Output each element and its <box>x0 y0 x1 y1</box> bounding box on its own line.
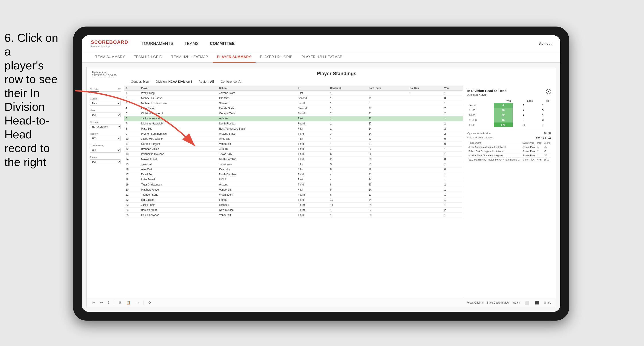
cell-conf-rank: 23 <box>367 136 408 142</box>
cell-school: UCLA <box>218 177 297 182</box>
table-row[interactable]: 3 Michael Thorbjornsen Stanford Fourth 1… <box>124 101 463 106</box>
cell-school: Arkansas <box>218 136 297 142</box>
cell-conf-rank: 23 <box>367 147 408 152</box>
cell-win: 1 <box>443 202 463 208</box>
sign-out-btn[interactable]: Sign out <box>538 41 552 45</box>
table-row[interactable]: 10 Jacob Mou-Olesen Arkansas Fifth 4 23 … <box>124 136 463 142</box>
table-row[interactable]: 7 Nicholas Gabrelcik North Florida Fourt… <box>124 121 463 126</box>
cell-yr: First <box>296 177 329 182</box>
table-row[interactable]: 4 Luke Claton Florida State Second 1 27 … <box>124 106 463 111</box>
copy-btn[interactable]: ⧉ <box>117 300 122 305</box>
table-row[interactable]: 6 Jackson Koivun Auburn First 1 23 1 <box>124 116 463 121</box>
nav-committee[interactable]: COMMITTEE <box>210 40 235 47</box>
cell-num: 12 <box>124 147 140 152</box>
tablet-frame: SCOREBOARD Powered by clippi TOURNAMENTS… <box>73 26 569 321</box>
toolbar-icon-1[interactable]: ⬜ <box>523 300 530 305</box>
table-row[interactable]: 1 Wenyi Ding Arizona State First 1 8 1 <box>124 91 463 96</box>
undo-btn[interactable]: ↩ <box>91 300 96 305</box>
h2h-loss: 11 <box>513 123 534 127</box>
table-row[interactable]: 12 Brendan Valles Auburn Third 4 23 1 <box>124 147 463 152</box>
toolbar-icon-2[interactable]: ⬛ <box>534 300 541 305</box>
cell-conf-rank: 24 <box>367 202 408 208</box>
h2h-loss: 6 <box>513 118 534 123</box>
cell-num: 7 <box>124 121 140 126</box>
gender-filter-section: Gender Men <box>90 97 121 106</box>
nav-tournaments[interactable]: TOURNAMENTS <box>142 40 174 47</box>
sub-nav-player-h2h-grid[interactable]: PLAYER H2H GRID <box>256 52 297 63</box>
cell-reg-rank: 4 <box>329 147 368 152</box>
more-btn[interactable]: ⋯ <box>134 300 140 305</box>
year-label: Year <box>90 109 121 112</box>
table-row[interactable]: 15 Jake Hall Tennessee Fifth 3 25 1 <box>124 162 463 167</box>
sub-nav-player-summary[interactable]: PLAYER SUMMARY <box>212 52 256 63</box>
h2h-rank: 11-25 <box>467 108 494 113</box>
watch-btn[interactable]: Watch <box>512 301 520 304</box>
region-select[interactable]: N/A <box>90 136 121 141</box>
sub-nav-team-summary[interactable]: TEAM SUMMARY <box>91 52 129 63</box>
table-row[interactable]: 23 Jack Lundin Missouri Fourth 11 24 1 <box>124 202 463 208</box>
nav-teams[interactable]: TEAMS <box>184 40 199 47</box>
cell-no-rds <box>408 208 443 213</box>
share-btn[interactable]: Share <box>544 301 551 304</box>
division-select[interactable]: NCAA Division I <box>90 124 121 129</box>
sub-nav-team-h2h-heatmap[interactable]: TEAM H2H HEATMAP <box>167 52 212 63</box>
cell-conf-rank: 24 <box>367 126 408 131</box>
save-custom-btn[interactable]: Save Custom View <box>487 301 509 304</box>
cell-win: 2 <box>443 111 463 116</box>
cell-yr: Third <box>296 142 329 147</box>
paste-btn[interactable]: 📋 <box>125 300 132 305</box>
forward-btn[interactable]: ⟩ <box>106 300 110 305</box>
tourn-pos: 4 <box>536 145 542 149</box>
table-row[interactable]: 16 Alex Goff Kentucky Fifth 8 19 0 <box>124 167 463 172</box>
logo-title: SCOREBOARD <box>91 39 128 45</box>
table-row[interactable]: 14 Maxwell Ford North Carolina Third 2 2… <box>124 157 463 162</box>
gender-select[interactable]: Men <box>90 101 121 106</box>
table-row[interactable]: 11 Gordon Sargent Vanderbilt Third 4 21 … <box>124 142 463 147</box>
table-row[interactable]: 2 Michael La Sasso Ole Miss Second 1 19 … <box>124 96 463 101</box>
table-row[interactable]: 22 Ian Gilligan Florida Third 10 24 1 <box>124 197 463 202</box>
sub-nav-player-h2h-heatmap[interactable]: PLAYER H2H HEATMAP <box>297 52 346 63</box>
tourn-name: Amer Ari Intercollegiate Invitational <box>467 145 521 149</box>
table-row[interactable]: 19 Tiger Christensen Arizona Third 8 23 … <box>124 182 463 187</box>
cell-num: 22 <box>124 197 140 202</box>
cell-player: Michael Thorbjornsen <box>140 101 218 106</box>
table-row[interactable]: 8 Mats Ege East Tennessee State Fifth 1 … <box>124 126 463 131</box>
tourn-pos: 2 <box>536 149 542 154</box>
cell-player: Christo Lamprecht <box>140 111 218 116</box>
table-row[interactable]: 21 Taehoon Song Washington Fourth 6 23 1 <box>124 192 463 197</box>
cell-win: 2 <box>443 208 463 213</box>
no-rds-slider[interactable] <box>90 91 121 92</box>
table-row[interactable]: 18 Luke Powell UCLA First 4 24 1 <box>124 177 463 182</box>
cell-player: Taehoon Song <box>140 192 218 197</box>
cell-no-rds <box>408 202 443 208</box>
conference-select[interactable]: (All) <box>90 148 121 153</box>
cell-player: Alex Goff <box>140 167 218 172</box>
cell-no-rds <box>408 96 443 101</box>
cell-yr: Third <box>296 157 329 162</box>
instruction-text: 6. Click on a player's row to see their … <box>0 26 69 173</box>
table-row[interactable]: 9 Preston Summerhays Arizona State Third… <box>124 131 463 136</box>
refresh-btn[interactable]: ⟳ <box>147 300 152 305</box>
tourn-type: Match Play <box>521 158 536 162</box>
view-original-btn[interactable]: View: Original <box>467 301 484 304</box>
close-button[interactable]: × <box>546 89 551 94</box>
table-row[interactable]: 20 Matthew Riedel Vanderbilt Fifth 5 24 … <box>124 187 463 192</box>
h2h-row: 51-100 46 6 3 <box>467 118 551 123</box>
col-win: Win <box>443 86 463 91</box>
table-row[interactable]: 17 David Ford North Carolina Third 4 21 … <box>124 172 463 177</box>
sub-nav-team-h2h-grid[interactable]: TEAM H2H GRID <box>129 52 167 63</box>
table-row[interactable]: 5 Christo Lamprecht Georgia Tech Fourth … <box>124 111 463 116</box>
table-row[interactable]: 24 Bastien Amat New Mexico Fourth 1 27 2 <box>124 208 463 213</box>
conference-filter-section: Conference (All) <box>90 144 121 153</box>
year-filter-section: Year (All) <box>90 109 121 117</box>
table-row[interactable]: 13 Phichaksn Maichon Texas A&M Third 6 3… <box>124 152 463 157</box>
cell-reg-rank: 8 <box>329 167 368 172</box>
year-select[interactable]: (All) <box>90 113 121 117</box>
tourn-score: 18-1 <box>543 158 551 162</box>
table-row[interactable]: 25 Cole Sherwood Vanderbilt Third 12 23 … <box>124 213 463 218</box>
redo-btn[interactable]: ↪ <box>99 300 104 305</box>
col-no-rds: No. Rds. <box>408 86 443 91</box>
cell-num: 3 <box>124 101 140 106</box>
cell-yr: Fourth <box>296 121 329 126</box>
player-select[interactable]: (All) <box>90 160 121 164</box>
